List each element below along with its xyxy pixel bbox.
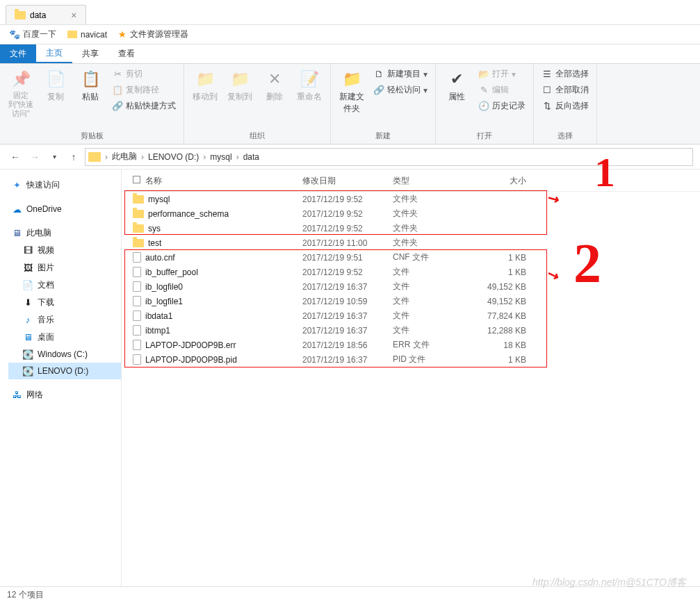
file-size: 12,288 KB [469,326,532,336]
folder-icon [15,11,26,19]
address-bar: ← → ▾ ↑ › 此电脑 › LENOVO (D:) › mysql › da… [0,144,700,170]
paste-shortcut-button[interactable]: 🔗粘贴快捷方式 [110,99,178,113]
group-label: 新建 [336,129,430,142]
crumb-drive[interactable]: LENOVO (D:) [145,152,202,162]
sidebar-drive-d[interactable]: 💽LENOVO (D:) [8,363,121,379]
edit-button[interactable]: ✎编辑 [476,83,528,97]
file-row[interactable]: LAPTOP-JDP0OP9B.err2017/12/19 18:56ERR 文… [122,338,700,352]
file-icon [133,340,141,350]
window-tab[interactable]: data × [6,5,86,24]
file-date: 2017/12/19 9:52 [302,224,393,233]
ribbon: 📌 固定到"快速访问" 📄 复制 📋 粘贴 ✂剪切 📋复制路径 🔗粘贴快捷方式 … [0,64,700,144]
sidebar-desktop[interactable]: 🖥桌面 [8,329,121,346]
file-name: LAPTOP-JDP0OP9B.err [145,340,236,350]
col-type[interactable]: 类型 [393,175,469,187]
sidebar-this-pc[interactable]: 🖥此电脑 [8,224,121,242]
file-type: 文件 [393,266,469,278]
rename-button[interactable]: 📝重命名 [294,67,325,106]
sidebar-documents[interactable]: 📄文档 [8,276,121,294]
file-row[interactable]: ib_buffer_pool2017/12/19 9:52文件1 KB [122,265,700,279]
file-row[interactable]: ibtmp12017/12/19 16:37文件12,288 KB [122,323,700,338]
pictures-icon: 🖼 [22,263,33,274]
sidebar-pictures[interactable]: 🖼图片 [8,259,121,276]
cloud-icon: ☁ [11,204,22,215]
crumb-mysql[interactable]: mysql [207,152,234,162]
copy-button[interactable]: 📄 复制 [40,67,71,106]
new-item-button[interactable]: 🗋新建项目▾ [371,67,430,81]
pc-icon: 🖥 [11,228,22,239]
bookmark-explorer[interactable]: ★ 文件资源管理器 [118,28,188,40]
open-icon: 📂 [478,69,489,80]
easy-access-button[interactable]: 🔗轻松访问▾ [371,83,430,97]
cut-button[interactable]: ✂剪切 [110,67,178,81]
sidebar-onedrive[interactable]: ☁OneDrive [8,201,121,217]
recent-button[interactable]: ▾ [46,149,63,165]
tab-home[interactable]: 主页 [36,44,72,63]
ribbon-group-new: 📁新建文件夹 🗋新建项目▾ 🔗轻松访问▾ 新建 [331,64,436,144]
paste-button[interactable]: 📋 粘贴 [75,67,106,106]
forward-button[interactable]: → [26,149,43,165]
sidebar-drive-c[interactable]: 💽Windows (C:) [8,346,121,363]
open-button[interactable]: 📂打开▾ [476,67,528,81]
select-all-checkbox[interactable] [133,176,140,183]
file-row[interactable]: mysql2017/12/19 9:52文件夹 [122,192,700,206]
tab-view[interactable]: 查看 [108,44,145,63]
file-icon [133,252,141,263]
move-to-button[interactable]: 📁移动到 [190,67,220,106]
crumb-thispc[interactable]: 此电脑 [109,151,140,163]
bookmark-baidu[interactable]: 🐾 百度一下 [10,28,56,40]
file-icon [133,354,141,365]
tab-file[interactable]: 文件 [0,44,36,63]
col-name[interactable]: 名称 [122,175,302,187]
sidebar-music[interactable]: ♪音乐 [8,311,121,329]
file-date: 2017/12/19 18:56 [302,340,393,350]
doc-icon: 📄 [22,280,33,291]
file-row[interactable]: LAPTOP-JDP0OP9B.pid2017/12/19 16:37PID 文… [122,352,700,367]
crumb-data[interactable]: data [241,152,262,162]
file-row[interactable]: ibdata12017/12/19 16:37文件77,824 KB [122,308,700,323]
properties-icon: ✔ [447,69,466,89]
invert-select-button[interactable]: ⇅反向选择 [539,99,591,113]
file-type: 文件 [393,324,469,336]
sidebar-network[interactable]: 🖧网络 [8,386,121,404]
file-name: mysql [148,195,170,204]
back-button[interactable]: ← [7,149,24,165]
sidebar-downloads[interactable]: ⬇下载 [8,294,121,311]
file-type: 文件 [393,295,469,307]
file-row[interactable]: auto.cnf2017/12/19 9:51CNF 文件1 KB [122,250,700,265]
file-name: sys [148,224,161,233]
up-button[interactable]: ↑ [65,149,82,165]
breadcrumb[interactable]: › 此电脑 › LENOVO (D:) › mysql › data [85,148,693,166]
select-none-button[interactable]: ☐全部取消 [539,83,591,97]
new-folder-button[interactable]: 📁新建文件夹 [336,67,367,117]
file-row[interactable]: performance_schema2017/12/19 9:52文件夹 [122,206,700,221]
bookmark-bar: 🐾 百度一下 navicat ★ 文件资源管理器 [0,25,700,44]
file-size: 1 KB [469,267,532,277]
copy-path-button[interactable]: 📋复制路径 [110,83,178,97]
close-icon[interactable]: × [71,10,76,21]
main-area: ✦快速访问 ☁OneDrive 🖥此电脑 🎞视频 🖼图片 📄文档 ⬇下载 ♪音乐… [0,170,700,586]
tab-share[interactable]: 共享 [72,44,108,63]
file-row[interactable]: ib_logfile12017/12/19 10:59文件49,152 KB [122,294,700,308]
history-button[interactable]: 🕘历史记录 [476,99,528,113]
delete-button[interactable]: ✕删除 [259,67,290,106]
file-name: ibdata1 [145,311,172,321]
copy-to-button[interactable]: 📁复制到 [225,67,255,106]
file-row[interactable]: ib_logfile02017/12/19 16:37文件49,152 KB [122,279,700,294]
properties-button[interactable]: ✔属性 [441,67,472,106]
col-date[interactable]: 修改日期 [302,175,393,187]
col-size[interactable]: 大小 [469,175,532,187]
file-row[interactable]: test2017/12/19 11:00文件夹 [122,236,700,250]
select-all-button[interactable]: ☰全部选择 [539,67,591,81]
pin-button[interactable]: 📌 固定到"快速访问" [6,67,36,121]
file-date: 2017/12/19 16:37 [302,355,393,365]
easy-icon: 🔗 [373,85,384,96]
file-name: performance_schema [148,209,229,219]
ribbon-group-select: ☰全部选择 ☐全部取消 ⇅反向选择 选择 [534,64,597,144]
bookmark-navicat[interactable]: navicat [67,30,107,40]
sidebar-quick-access[interactable]: ✦快速访问 [8,176,121,194]
file-row[interactable]: sys2017/12/19 9:52文件夹 [122,221,700,236]
folder-icon [88,152,101,162]
file-type: 文件夹 [393,237,469,249]
sidebar-video[interactable]: 🎞视频 [8,242,121,259]
